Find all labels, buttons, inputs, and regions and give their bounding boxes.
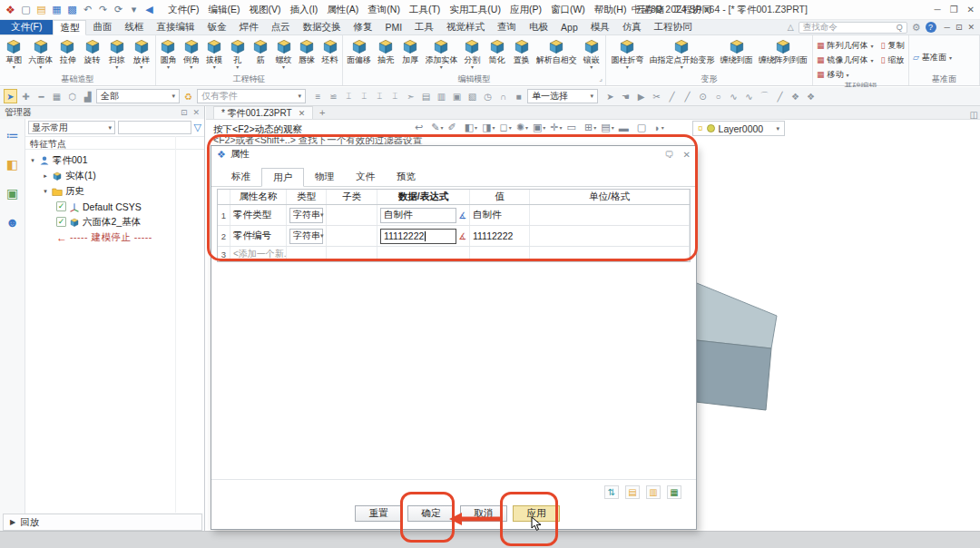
dialog-tab[interactable]: 预览 [386,168,426,186]
dropdown-arrow-icon[interactable]: ▾ [167,64,170,70]
expand-caret-icon[interactable]: ▾ [29,157,36,164]
ribbon-tool[interactable]: 解析自相交 ▾ [535,37,578,70]
mdi-restore-icon[interactable]: ⊡ [956,23,963,32]
ribbon-tab[interactable]: 数据交换 [296,20,347,34]
ok-button[interactable]: 确定 [407,505,455,522]
close-panel-icon[interactable]: ✕ [192,108,200,117]
panel-toggle-icon[interactable]: ◫ [970,110,978,120]
ribbon-small-tool[interactable]: ▯ 缩放 [881,54,905,66]
property-name-cell[interactable]: 零件类型 [230,205,287,225]
expression-icon[interactable]: ∡ [458,210,466,220]
user-role-icon[interactable]: ☻ [5,215,19,230]
command-search-input[interactable]: 查找命令 Q [799,22,907,34]
list-icon[interactable]: ≡ [311,89,325,103]
ribbon-tab[interactable]: 造型 [53,20,86,35]
dropdown-arrow-icon[interactable]: ▾ [115,64,118,70]
menu-item[interactable]: 查询(N) [363,0,405,19]
ribbon-tool[interactable]: 坯料 ▾ [319,37,341,70]
dropdown-arrow-icon[interactable]: ▾ [236,64,239,70]
export-folder-icon[interactable]: ▤ [625,485,640,499]
dropdown-arrow-icon[interactable]: ▾ [871,43,874,49]
ribbon-tab[interactable]: 直接编辑 [150,20,201,34]
ribbon-small-tool[interactable]: ▯ 复制 [881,40,905,52]
face-select-icon[interactable]: ❖ [789,89,802,103]
data-cell[interactable]: 自制件 ∡ [377,205,470,225]
tree-item-solids[interactable]: ▸ 实体(1) [25,168,204,183]
ribbon-tab[interactable]: 工程协同 [648,20,699,34]
ribbon-tab[interactable]: 曲面 [86,20,118,34]
ribbon-tool[interactable]: 加厚 ▾ [399,37,421,70]
ribbon-tool[interactable]: 草图 ▾ [3,37,24,70]
ribbon-tool[interactable]: 分割 ▾ [461,37,483,70]
spline-icon[interactable]: ∿ [742,89,756,103]
mdi-close-icon[interactable]: ✕ [967,23,975,32]
add-entity-icon[interactable]: ✚ [19,89,33,103]
polyline-icon[interactable]: ∿ [727,89,740,103]
face-select2-icon[interactable]: ❖ [804,89,818,103]
solid-manager-icon[interactable]: ◧ [6,157,18,171]
bar-tool-icon-4[interactable]: ⌶ [388,89,402,103]
ribbon-tab[interactable]: 修复 [347,20,378,34]
unit-cell[interactable] [530,205,690,225]
show-filter-combo[interactable]: 显示常用▾ [28,121,115,134]
comment-icon[interactable]: 🗨 [665,150,674,160]
ribbon-tool[interactable]: 由指定点开始变形 ▾ [648,37,715,70]
dropdown-arrow-icon[interactable]: ▾ [949,54,952,61]
sync-attributes-icon[interactable]: ⇅ [604,485,619,499]
ribbon-small-tool[interactable]: ▦ 移动 ▾ [817,69,874,81]
dock-icon[interactable]: ⊡ [181,108,188,117]
data-cell[interactable]: 11112222 ∡ [377,226,470,246]
ribbon-tool[interactable]: 螺纹 ▾ [273,37,295,70]
folder-icon[interactable]: ▤ [419,89,433,103]
bar-tool-icon-3[interactable]: ⌶ [373,89,387,103]
save-icon[interactable]: ▦ [50,3,64,17]
dropdown-arrow-icon[interactable]: ▾ [626,64,629,70]
circle-icon[interactable]: ○ [711,89,725,103]
ribbon-tab[interactable]: 工具 [408,20,440,34]
menu-item[interactable]: 属性(A) [322,0,363,19]
ribbon-tool[interactable]: 圆角 ▾ [157,37,179,70]
expression-icon[interactable]: ∡ [458,231,466,241]
dropdown-arrow-icon[interactable]: ▾ [39,64,42,70]
ribbon-tool[interactable]: 放样 ▾ [131,37,152,70]
type-combo[interactable]: 字符串▾ [289,208,323,223]
tree-item-model-stop[interactable]: ← ----- 建模停止 ----- [25,230,204,245]
ribbon-tool[interactable]: 缠绕到面 ▾ [720,37,754,70]
ribbon-tool[interactable]: 唇缘 ▾ [296,37,318,70]
checkbox[interactable]: ✓ [56,217,66,227]
ribbon-tool[interactable]: 孔 ▾ [227,37,249,70]
menu-item[interactable]: 插入(I) [285,0,322,19]
app-logo[interactable]: ❖ [4,3,17,17]
gear-icon[interactable]: ⚙ [912,22,921,34]
menu-item[interactable]: 工具(T) [405,0,445,19]
ribbon-tool[interactable]: 倒角 ▾ [181,37,202,70]
ribbon-tab[interactable]: 视觉样式 [440,20,491,34]
history-manager-icon[interactable]: ≔ [6,128,19,142]
data-input-focused[interactable]: 11112222 [380,229,456,244]
reset-button[interactable]: 重置 [355,505,402,522]
ribbon-tab[interactable]: 仿真 [616,20,648,34]
auto-regen-icon[interactable]: ♻ [181,89,195,103]
playback-caret-icon[interactable]: ▶ [10,518,15,526]
line-icon[interactable]: ╱ [665,89,679,103]
menu-item[interactable]: 视图(V) [244,0,285,19]
subclass-cell[interactable] [327,226,377,246]
ribbon-tool[interactable]: 面偏移 ▾ [346,37,372,70]
filter-combo[interactable]: 全部▾ [96,89,180,103]
doc-icon[interactable]: ▧ [466,89,479,103]
dialog-tab[interactable]: 用户 [261,168,304,187]
datum-plane-tool[interactable]: ▱ 基准面 ▾ [913,40,952,73]
ribbon-tab[interactable]: 点云 [264,20,296,34]
ribbon-tool[interactable]: 圆柱折弯 ▾ [610,37,644,70]
hand-pick-icon[interactable]: ☚ [619,89,632,103]
expand-caret-icon[interactable]: ▸ [42,172,49,180]
arc-tool-icon[interactable]: ∩ [496,89,510,103]
show-only-combo[interactable]: 仅有零件▾ [197,89,306,103]
tree-item-part[interactable]: ▾ 零件001 [25,152,204,168]
circle-center-icon[interactable]: ⊙ [696,89,710,103]
history-clock-icon[interactable]: ◷ [481,89,495,103]
excel-export-icon[interactable]: ▦ [667,485,681,499]
dialog-title-bar[interactable]: ❖ 属性 🗨 ✕ [211,146,696,162]
dialog-tab[interactable]: 物理 [304,168,345,186]
file-menu-button[interactable]: 文件(F) [0,20,53,34]
